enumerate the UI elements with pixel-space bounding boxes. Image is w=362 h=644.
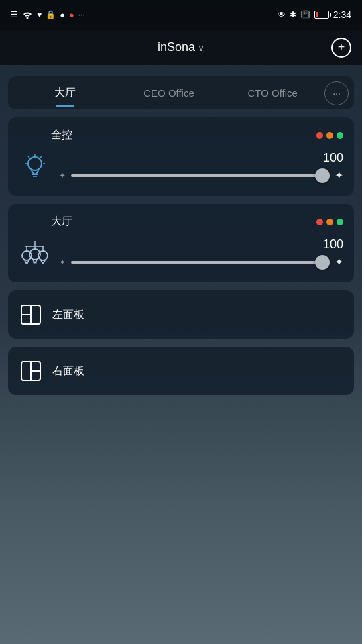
header-title-area[interactable]: inSona ∨	[158, 40, 204, 54]
tab-dating[interactable]: 大厅	[13, 79, 117, 107]
quankong-slider-thumb[interactable]	[315, 168, 330, 183]
dot-green-2	[337, 219, 343, 225]
more-icon: ···	[78, 10, 85, 19]
lock-icon: 🔒	[46, 10, 56, 19]
main-content: 大厅 CEO Office CTO Office ··· 全控	[0, 66, 362, 414]
vibrate-icon: 📳	[300, 10, 310, 19]
quankong-brightness: 100	[59, 151, 343, 165]
quankong-slider-row: ✦ ✦	[59, 169, 343, 182]
left-panel-label: 左面板	[52, 308, 84, 322]
dating-slider-fill	[71, 261, 321, 264]
right-panel-icon	[19, 359, 43, 383]
quankong-slider-track[interactable]	[71, 174, 329, 177]
left-panel-icon	[19, 303, 43, 327]
dating-slider-row: ✦ ✦	[59, 256, 343, 268]
dot-green	[337, 132, 343, 139]
dot-red-2	[316, 219, 323, 225]
app-title: inSona	[158, 40, 195, 54]
right-panel-label: 右面板	[52, 364, 84, 378]
file-icon: ☰	[11, 10, 18, 19]
dot-orange	[326, 132, 333, 139]
dating-title: 大厅	[51, 215, 72, 229]
dating-slider-thumb[interactable]	[315, 255, 330, 270]
tab-ceo-office[interactable]: CEO Office	[117, 80, 221, 105]
quankong-status-dots	[316, 132, 343, 139]
dating-card-body: 100 ✦ ✦	[19, 237, 343, 269]
dating-slider-track[interactable]	[71, 261, 329, 264]
add-button[interactable]: +	[331, 38, 351, 58]
battery-fill	[316, 12, 319, 17]
status-left-icons: ☰ ♥ 🔒 ● ● ···	[11, 10, 85, 20]
multi-light-icon	[19, 237, 51, 269]
dating-brightness: 100	[59, 237, 343, 252]
dating-card: 大厅	[8, 204, 354, 282]
time-display: 2:34	[333, 9, 351, 20]
app-header: inSona ∨ +	[0, 30, 362, 66]
bright-icon-1: ✦	[335, 169, 343, 182]
svg-line-4	[28, 156, 29, 158]
tab-more-button[interactable]: ···	[324, 81, 349, 105]
dim-icon-1: ✦	[59, 171, 66, 180]
single-light-icon	[19, 150, 51, 182]
app2-icon: ●	[69, 10, 74, 20]
tab-cto-office[interactable]: CTO Office	[221, 80, 324, 105]
right-panel-button[interactable]: 右面板	[8, 347, 354, 395]
app1-icon: ●	[60, 10, 65, 20]
status-right-icons: 👁 ✱ 📳 2:34	[278, 9, 351, 20]
quankong-card-body: 100 ✦ ✦	[19, 150, 343, 182]
dim-icon-2: ✦	[59, 258, 66, 267]
dot-red	[316, 132, 323, 139]
tab-bar: 大厅 CEO Office CTO Office ···	[8, 76, 354, 109]
quankong-title: 全控	[51, 128, 72, 142]
wifi-icon	[22, 11, 33, 19]
quankong-slider-fill	[71, 174, 321, 177]
bright-icon-2: ✦	[335, 256, 343, 268]
bluetooth-icon: ✱	[290, 10, 296, 19]
dot-orange-2	[326, 219, 333, 225]
status-bar: ☰ ♥ 🔒 ● ● ··· 👁 ✱ 📳 2:34	[0, 0, 362, 30]
eye-icon: 👁	[278, 10, 286, 19]
svg-point-0	[28, 157, 42, 170]
heart-icon: ♥	[37, 10, 42, 19]
dating-card-header: 大厅	[19, 215, 343, 229]
quankong-card: 全控	[8, 117, 354, 196]
left-panel-button[interactable]: 左面板	[8, 290, 354, 339]
dating-status-dots	[316, 219, 343, 225]
title-chevron: ∨	[198, 42, 204, 53]
quankong-card-header: 全控	[19, 128, 343, 142]
svg-line-5	[40, 156, 42, 158]
quankong-slider-section: 100 ✦ ✦	[59, 151, 343, 182]
battery-icon	[314, 11, 329, 19]
dating-slider-section: 100 ✦ ✦	[59, 237, 343, 268]
